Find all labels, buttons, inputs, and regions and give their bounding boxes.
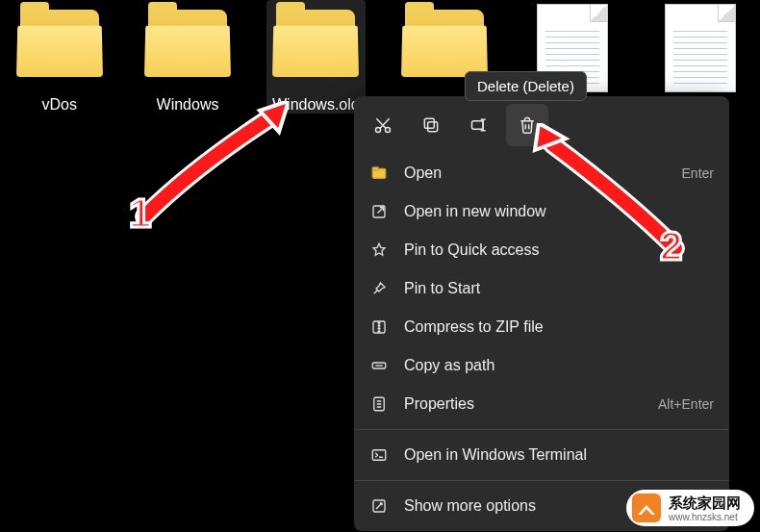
open-icon [369,164,389,183]
item-label: Windows [157,96,219,114]
annotation-number-1: 1 [129,190,151,237]
watermark: 系统家园网 www.hnzsks.net [626,490,754,526]
text-file-icon [665,4,736,92]
svg-rect-2 [428,122,438,132]
context-menu-label: Copy as path [404,357,714,374]
context-menu-item-zip[interactable]: Compress to ZIP file [354,308,729,346]
context-menu-accel: Alt+Enter [658,396,714,412]
context-menu-body: Open Enter Open in new window Pin to Qui… [354,154,729,423]
folder-icon [144,10,231,77]
svg-rect-11 [372,450,386,461]
context-menu-label: Pin to Start [404,280,714,297]
svg-point-0 [376,128,381,133]
delete-tooltip: Delete (Delete) [465,71,587,101]
folder-icon [401,10,488,77]
item-label: vDos [41,96,76,114]
zip-icon [369,317,389,337]
new-window-icon [369,202,389,221]
properties-icon [369,394,389,414]
context-menu-toolbar [354,96,729,154]
folder-item[interactable]: vDos [10,0,109,114]
context-menu-label: Open in new window [404,203,714,220]
svg-rect-4 [472,121,484,129]
context-menu-label: Properties [404,395,643,413]
context-menu-label: Open [404,165,667,182]
copy-button[interactable] [410,104,452,146]
folder-item[interactable]: Windows [138,0,237,114]
delete-button[interactable] [506,104,548,146]
context-menu-divider [354,429,729,430]
context-menu-item-path[interactable]: Copy as path [354,346,729,385]
watermark-logo-icon [632,494,661,522]
context-menu-label: Pin to Quick access [404,241,714,259]
path-icon [369,356,389,375]
context-menu-divider [354,480,729,481]
context-menu-item-new-window[interactable]: Open in new window [354,192,729,231]
context-menu-item-pin[interactable]: Pin to Start [354,269,729,308]
context-menu: Open Enter Open in new window Pin to Qui… [354,96,729,531]
context-menu-label: Compress to ZIP file [404,318,714,336]
folder-icon [16,10,103,77]
terminal-icon [369,445,389,465]
item-label: Windows.old [272,96,360,114]
context-menu-label: Open in Windows Terminal [404,446,714,464]
more-icon [369,496,389,516]
svg-point-1 [386,128,391,133]
context-menu-accel: Enter [682,165,714,181]
svg-rect-3 [424,118,434,128]
context-menu-body2: Open in Windows Terminal [354,436,729,474]
context-menu-item-properties[interactable]: Properties Alt+Enter [354,385,729,423]
watermark-sub: www.hnzsks.net [669,513,741,522]
folder-icon [272,10,359,77]
star-icon [369,241,389,260]
pin-icon [369,279,389,298]
svg-rect-6 [372,167,378,170]
context-menu-item-open[interactable]: Open Enter [354,154,729,192]
cut-button[interactable] [362,104,404,146]
watermark-title: 系统家园网 [669,494,741,511]
folder-item[interactable]: Windows.old [266,0,366,114]
context-menu-item-terminal[interactable]: Open in Windows Terminal [354,436,729,474]
rename-button[interactable] [458,104,500,146]
context-menu-item-star[interactable]: Pin to Quick access [354,231,729,269]
